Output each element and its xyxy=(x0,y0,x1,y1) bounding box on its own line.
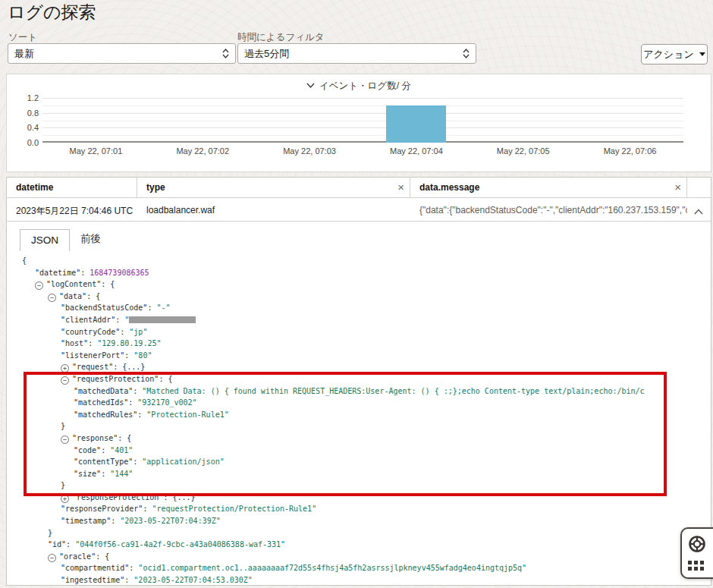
help-widget[interactable] xyxy=(680,527,713,579)
collapse-node-icon[interactable]: − xyxy=(48,294,56,302)
collapse-node-icon[interactable]: − xyxy=(35,281,43,290)
tab-json[interactable]: JSON xyxy=(20,229,70,251)
expand-node-icon[interactable]: + xyxy=(61,495,69,503)
json-line-matchedIds: "matchedIds": "932170_v002" xyxy=(7,397,656,409)
select-updown-icon xyxy=(222,49,229,58)
chart-title-text: イベント・ログ数/ 分 xyxy=(319,80,411,91)
time-filter-value: 過去5分間 xyxy=(244,47,463,61)
json-line-ingestedtime: "ingestedtime": "2023-05-22T07:04:53.030… xyxy=(7,574,656,586)
table-row[interactable]: 2023年5月22日 7:04:46 UTC loadbalancer.waf … xyxy=(7,198,711,222)
json-line-responseProvider: "responseProvider": "requestProtection/P… xyxy=(7,503,656,515)
json-line-responseProtection: +"responseProtection": {...} xyxy=(7,492,656,504)
log-detail-panel: JSON 前後 {"datetime": 1684739086365−"logC… xyxy=(7,222,711,586)
json-line-matchedData: "matchedData": "Matched Data: () { found… xyxy=(7,385,656,398)
gridline xyxy=(42,113,683,114)
collapse-node-icon[interactable]: − xyxy=(61,376,69,385)
json-line-host: "host": "129.80.19.25" xyxy=(7,338,656,350)
json-line-requestProtection: −"requestProtection": { xyxy=(7,373,656,385)
json-line-countryCode: "countryCode": "jp" xyxy=(7,326,656,338)
json-line-code: "code": "401" xyxy=(7,445,656,457)
json-line-response: −"response": { xyxy=(7,432,656,445)
column-header-empty xyxy=(687,178,711,197)
gridline xyxy=(42,98,683,99)
collapse-row-icon[interactable] xyxy=(694,206,703,217)
cell-message: {"data":{"backendStatusCode":"-","client… xyxy=(410,198,687,221)
cell-datetime: 2023年5月22日 7:04:46 UTC xyxy=(7,198,137,221)
lifebuoy-icon xyxy=(688,535,706,556)
json-line: { xyxy=(7,255,656,267)
x-axis-line xyxy=(42,141,683,143)
gridline xyxy=(42,121,683,121)
bar-May 22, 07:04 xyxy=(386,105,446,143)
json-line-datetime: "datetime": 1684739086365 xyxy=(7,267,656,279)
chevron-down-icon[interactable] xyxy=(306,80,315,90)
gridline xyxy=(42,127,683,128)
remove-column-type-icon[interactable]: × xyxy=(397,181,404,194)
json-line-listenerPort: "listenerPort": "80" xyxy=(7,350,656,362)
log-explorer-page: ログの探索 ソート 最新 時間によるフィルタ 過去5分間 アクション イベント・… xyxy=(0,0,713,588)
json-line-logContent: −"logContent": { xyxy=(7,278,656,291)
time-filter-label: 時間によるフィルタ xyxy=(237,31,325,44)
time-filter-select[interactable]: 過去5分間 xyxy=(237,43,476,64)
json-line-request: +"request": {...} xyxy=(7,361,656,373)
json-line-timestamp: "timestamp": "2023-05-22T07:04:39Z" xyxy=(7,515,656,527)
y-tick-label: 1.2 xyxy=(27,93,39,102)
x-tick-label: May 22, 07:02 xyxy=(149,146,256,156)
y-tick-label: 0.8 xyxy=(27,108,39,118)
x-tick-label: May 22, 07:04 xyxy=(363,146,470,156)
y-tick-label: 0.0 xyxy=(27,138,39,147)
select-updown-icon xyxy=(463,49,470,58)
collapse-node-icon[interactable]: − xyxy=(48,554,56,562)
json-line-contentType: "contentType": "application/json" xyxy=(7,456,656,468)
bar-chart-plot xyxy=(42,98,683,143)
json-line-size: "size": "144" xyxy=(7,468,656,480)
actions-button-label: アクション xyxy=(643,48,694,61)
tab-context[interactable]: 前後 xyxy=(70,228,112,251)
x-tick-label: May 22, 07:05 xyxy=(470,146,576,156)
json-viewer: {"datetime": 1684739086365−"logContent":… xyxy=(7,255,656,586)
collapse-node-icon[interactable]: − xyxy=(61,435,69,444)
sort-select-value: 最新 xyxy=(14,47,222,61)
expand-node-icon[interactable]: + xyxy=(61,364,69,373)
dots-grid-icon xyxy=(688,561,704,571)
json-line-clientAddr: "clientAddr": " xyxy=(7,314,656,326)
remove-column-message-icon[interactable]: × xyxy=(674,181,681,194)
json-line-compartmentid: "compartmentid": "ocid1.compartment.oc1.… xyxy=(7,562,656,574)
chart-title: イベント・ログ数/ 分 xyxy=(7,80,711,93)
y-axis-labels: 0.00.40.81.2 xyxy=(11,74,39,173)
gridline xyxy=(42,135,683,136)
json-line-matchedRules: "matchedRules": "Protection-Rule1" xyxy=(7,409,656,421)
gridline xyxy=(42,105,683,106)
caret-down-icon xyxy=(699,52,705,56)
page-title: ログの探索 xyxy=(8,1,96,24)
sort-select[interactable]: 最新 xyxy=(8,43,236,64)
sort-label: ソート xyxy=(8,31,37,44)
json-line-oracle: −"oracle": { xyxy=(7,551,656,563)
table-header: datetime type × data.message × xyxy=(7,178,711,198)
x-tick-label: May 22, 07:01 xyxy=(42,146,149,156)
json-line: } xyxy=(7,527,656,539)
column-header-data-message: data.message × xyxy=(410,178,687,197)
log-table-panel: datetime type × data.message × 2023年5月22… xyxy=(6,177,711,586)
json-line: } xyxy=(7,480,656,492)
detail-tabs: JSON 前後 xyxy=(20,228,711,251)
x-tick-label: May 22, 07:06 xyxy=(576,146,683,156)
json-line-backendStatusCode: "backendStatusCode": "-" xyxy=(7,302,656,314)
cell-type: loadbalancer.waf xyxy=(137,198,410,221)
y-tick-label: 0.4 xyxy=(27,123,39,132)
json-line-data: −"data": { xyxy=(7,291,656,303)
x-tick-label: May 22, 07:03 xyxy=(256,146,363,156)
x-axis-labels: May 22, 07:01May 22, 07:02May 22, 07:03M… xyxy=(42,146,683,156)
json-line: } xyxy=(7,420,656,432)
column-header-type: type × xyxy=(137,178,410,197)
redacted-value xyxy=(129,316,196,323)
actions-button[interactable]: アクション xyxy=(641,44,708,64)
json-line-id: "id": "044f0f56-ca91-4a2f-9cbc-a43a04086… xyxy=(7,539,656,551)
column-header-datetime: datetime xyxy=(7,178,137,197)
events-chart-panel: イベント・ログ数/ 分 0.00.40.81.2 May 22, 07:01Ma… xyxy=(6,74,711,172)
